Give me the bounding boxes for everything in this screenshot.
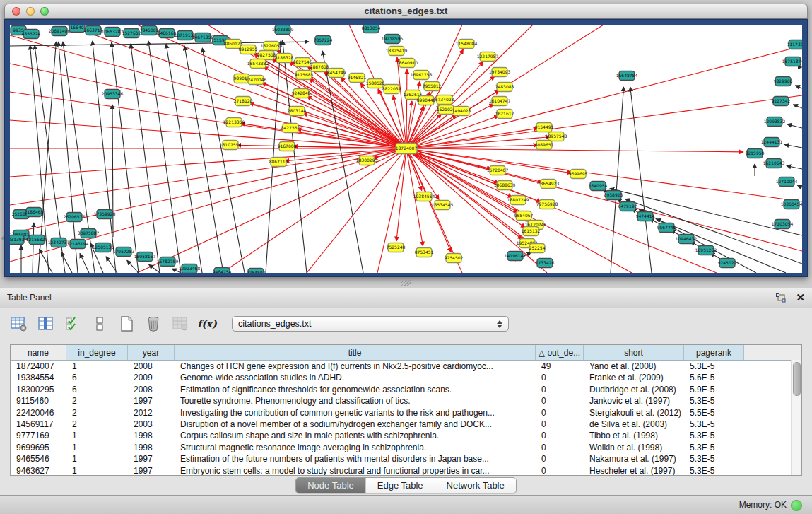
zoom-window-button[interactable] xyxy=(40,7,49,16)
row-height-icon[interactable] xyxy=(90,315,109,333)
table-row[interactable]: 969969511998Structural magnetic resonanc… xyxy=(11,442,801,453)
network-edge[interactable] xyxy=(797,185,802,187)
network-edge[interactable] xyxy=(793,105,802,108)
network-edge[interactable] xyxy=(61,252,72,273)
network-edge[interactable] xyxy=(127,260,139,273)
network-node[interactable]: 16543382 xyxy=(247,59,269,69)
network-node[interactable]: 6466160 xyxy=(158,29,177,38)
network-node[interactable]: 12505135 xyxy=(93,243,114,252)
network-node[interactable]: 2803144 xyxy=(288,107,307,116)
network-window-titlebar[interactable]: citations_edges.txt xyxy=(4,4,808,19)
network-node[interactable]: 16640 xyxy=(69,25,85,33)
memory-status-indicator[interactable] xyxy=(791,500,802,511)
network-edge[interactable] xyxy=(307,148,406,273)
network-node[interactable]: 79756928 xyxy=(536,200,558,209)
column-header-short[interactable]: short xyxy=(584,345,684,360)
network-node[interactable]: 8938923 xyxy=(604,191,623,200)
table-row[interactable]: 1938455462009Genome-wide association stu… xyxy=(11,372,801,383)
network-node[interactable]: 8813054 xyxy=(362,25,381,33)
minimize-window-button[interactable] xyxy=(26,7,35,16)
network-node[interactable]: 331393 xyxy=(10,235,25,245)
network-node[interactable]: 7483083 xyxy=(495,83,514,92)
network-node[interactable]: 1840954 xyxy=(589,182,608,191)
network-node[interactable]: 8990448 xyxy=(417,96,436,105)
network-node[interactable]: 12710044 xyxy=(776,177,798,187)
network-node[interactable]: 7525248 xyxy=(387,243,406,252)
network-edge[interactable] xyxy=(406,69,407,148)
network-node[interactable]: 9699695 xyxy=(569,170,588,179)
network-edge[interactable] xyxy=(222,148,406,273)
network-node[interactable]: 16648784 xyxy=(616,71,638,81)
network-node[interactable]: 16033809 xyxy=(272,25,294,35)
network-node[interactable]: 16958167 xyxy=(134,252,156,262)
network-node[interactable]: 9167008 xyxy=(278,142,297,151)
network-node[interactable]: 9329966 xyxy=(774,77,793,86)
network-node[interactable]: 9827508 xyxy=(257,51,276,60)
new-table-icon[interactable] xyxy=(117,315,136,333)
network-edge[interactable] xyxy=(406,46,802,148)
network-node[interactable]: 2718120 xyxy=(234,97,253,106)
network-node[interactable]: 18325419 xyxy=(386,47,408,56)
column-header-pagerank[interactable]: pagerank xyxy=(684,345,744,360)
column-header-in_degree[interactable]: in_degree xyxy=(66,345,128,360)
network-edge[interactable] xyxy=(406,148,802,251)
network-node[interactable]: 17957253 xyxy=(113,247,135,257)
network-node[interactable]: 17359928 xyxy=(94,210,116,219)
network-edge[interactable] xyxy=(148,41,181,273)
close-window-button[interactable] xyxy=(12,7,20,16)
network-edge[interactable] xyxy=(406,116,499,148)
sidebar-collapse-arrow-icon[interactable] xyxy=(1,235,4,241)
table-vertical-scrollbar[interactable] xyxy=(791,360,801,475)
table-row[interactable]: 946362711997Embryonic stem cells: a mode… xyxy=(11,465,801,476)
network-node[interactable]: 7845061 xyxy=(140,26,159,35)
network-edge[interactable] xyxy=(396,148,406,241)
network-node[interactable]: 1117304 xyxy=(787,40,802,49)
network-node[interactable]: 16951262 xyxy=(695,246,717,255)
tab-node-table[interactable]: Node Table xyxy=(296,478,366,493)
network-node[interactable]: 26206576 xyxy=(64,213,86,222)
network-node[interactable]: 9175685 xyxy=(295,71,314,80)
network-node[interactable]: 9464754 xyxy=(213,268,232,274)
network-edge[interactable] xyxy=(406,95,802,148)
network-edge[interactable] xyxy=(106,257,117,273)
network-node[interactable]: 12444131 xyxy=(761,138,783,147)
close-panel-icon[interactable]: ✕ xyxy=(796,292,805,303)
table-selector-dropdown[interactable]: citations_edges.txt xyxy=(232,316,509,332)
network-edge[interactable] xyxy=(149,264,160,273)
network-edge[interactable] xyxy=(303,113,406,148)
network-node[interactable]: 7955812 xyxy=(423,82,442,91)
network-node[interactable]: 8912955 xyxy=(239,45,258,54)
network-node[interactable]: 9242848 xyxy=(292,89,311,98)
tab-network-table[interactable]: Network Table xyxy=(435,478,516,493)
column-edit-icon[interactable] xyxy=(37,315,55,333)
network-node[interactable]: 17103054 xyxy=(772,220,794,229)
column-header-year[interactable]: year xyxy=(128,345,175,360)
network-node[interactable]: 13654923 xyxy=(538,180,560,189)
network-node[interactable]: 13534545 xyxy=(432,201,454,210)
network-edge[interactable] xyxy=(795,86,802,88)
select-all-icon[interactable] xyxy=(64,315,82,333)
network-node[interactable]: 8215958 xyxy=(746,149,765,158)
network-node[interactable]: 18640910 xyxy=(396,59,418,68)
network-node[interactable]: 9146821 xyxy=(348,74,367,83)
network-node[interactable]: 9684067 xyxy=(514,211,534,221)
network-node[interactable]: 10350454 xyxy=(781,200,802,209)
network-node[interactable]: 9254502 xyxy=(247,269,266,274)
table-row[interactable]: 1830029562008Estimation of significance … xyxy=(11,384,801,395)
float-panel-icon[interactable] xyxy=(776,293,786,303)
network-node[interactable]: 1527602 xyxy=(122,29,141,38)
table-row[interactable]: 946554611997Estimation of the future num… xyxy=(11,453,801,465)
network-node[interactable]: 19218596 xyxy=(382,35,404,44)
table-settings-icon[interactable] xyxy=(10,315,28,333)
network-node[interactable]: 18300295 xyxy=(356,156,378,165)
network-node[interactable]: 9254502 xyxy=(445,254,464,263)
network-node[interactable]: 12213359 xyxy=(223,118,245,127)
network-node[interactable]: 11548084 xyxy=(456,40,478,49)
network-edge[interactable] xyxy=(112,42,139,273)
table-row[interactable]: 1456911722003Disruption of a novel membe… xyxy=(11,419,801,430)
function-builder-icon[interactable]: f(x) xyxy=(198,315,216,333)
network-node[interactable]: 18807249 xyxy=(507,196,529,205)
network-edge[interactable] xyxy=(406,148,743,152)
network-node[interactable]: 8753451 xyxy=(415,248,434,257)
network-node[interactable]: 1733426 xyxy=(536,259,555,268)
